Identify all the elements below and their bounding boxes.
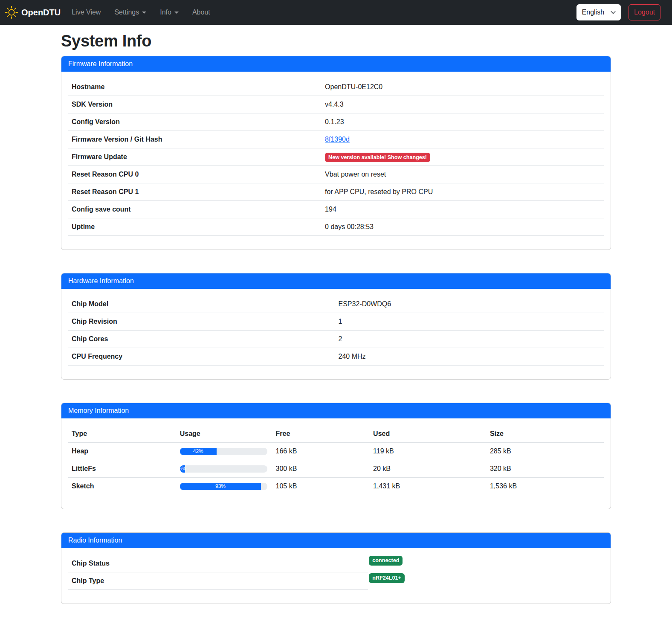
free-value: 166 kB bbox=[276, 447, 297, 455]
brand-label: OpenDTU bbox=[21, 8, 61, 17]
memory-table-header-row: Type Usage Free Used Size bbox=[68, 425, 604, 443]
row-label: Chip Cores bbox=[68, 331, 335, 348]
sun-icon bbox=[5, 6, 18, 19]
sketch-usage-progress: 93% bbox=[180, 483, 267, 490]
size-value: 320 kB bbox=[490, 465, 511, 472]
row-value: Vbat power on reset bbox=[325, 171, 386, 178]
column-header-size: Size bbox=[487, 425, 604, 443]
main-container: System Info Firmware Information Hostnam… bbox=[56, 32, 616, 624]
language-select[interactable]: English bbox=[576, 4, 621, 20]
radio-table: Chip Status connected Chip Type nRF24L01… bbox=[68, 555, 604, 590]
nav-item-info[interactable]: Info bbox=[156, 5, 182, 20]
chevron-down-icon bbox=[610, 9, 616, 15]
row-label: Reset Reason CPU 0 bbox=[68, 166, 322, 183]
table-row-sketch: Sketch 93% 105 kB 1,431 kB 1,536 kB bbox=[68, 478, 604, 495]
radio-information-card: Radio Information Chip Status connected … bbox=[61, 532, 611, 604]
column-header-usage: Usage bbox=[177, 425, 272, 443]
used-value: 20 kB bbox=[373, 465, 391, 472]
hardware-table: Chip Model ESP32-D0WDQ6 Chip Revision 1 … bbox=[68, 296, 604, 366]
used-value: 119 kB bbox=[373, 447, 394, 455]
table-row-chip-cores: Chip Cores 2 bbox=[68, 331, 604, 348]
size-value: 285 kB bbox=[490, 447, 511, 455]
new-version-badge[interactable]: New version available! Show changes! bbox=[325, 153, 430, 162]
row-label: Config Version bbox=[68, 113, 322, 131]
progress-bar-fill: 42% bbox=[180, 448, 217, 455]
table-row-heap: Heap 42% 166 kB 119 kB 285 kB bbox=[68, 443, 604, 460]
free-value: 300 kB bbox=[276, 465, 297, 472]
row-label: Config save count bbox=[68, 201, 322, 218]
language-selected-value: English bbox=[582, 9, 604, 16]
nav-item-info-label: Info bbox=[160, 9, 171, 16]
memory-table: Type Usage Free Used Size Heap 42% bbox=[68, 425, 604, 495]
memory-type-label: Sketch bbox=[68, 478, 177, 495]
row-value: 240 MHz bbox=[338, 353, 365, 360]
memory-card-header: Memory Information bbox=[61, 403, 611, 418]
table-row-chip-type: Chip Type nRF24L01+ bbox=[68, 572, 604, 590]
table-row-git-hash: Firmware Version / Git Hash 8f1390d bbox=[68, 131, 604, 148]
row-value: for APP CPU, reseted by PRO CPU bbox=[325, 188, 433, 195]
table-row-sdk-version: SDK Version v4.4.3 bbox=[68, 96, 604, 113]
column-header-used: Used bbox=[370, 425, 487, 443]
caret-down-icon bbox=[174, 12, 179, 14]
memory-type-label: Heap bbox=[68, 443, 177, 460]
memory-information-card: Memory Information Type Usage Free Used … bbox=[61, 403, 611, 509]
row-value: ESP32-D0WDQ6 bbox=[338, 300, 391, 308]
littlefs-usage-progress: 6% bbox=[180, 465, 267, 473]
row-value: 194 bbox=[325, 206, 336, 213]
nav-item-settings-label: Settings bbox=[114, 9, 139, 16]
row-label: CPU Frequency bbox=[68, 348, 335, 366]
nav-item-about[interactable]: About bbox=[189, 5, 214, 20]
table-row-uptime: Uptime 0 days 00:28:53 bbox=[68, 218, 604, 236]
table-row-littlefs: LittleFs 6% 300 kB 20 kB 320 kB bbox=[68, 460, 604, 478]
row-label: Hostname bbox=[68, 78, 322, 96]
used-value: 1,431 kB bbox=[373, 482, 400, 490]
row-label: Firmware Update bbox=[68, 148, 322, 166]
nav-links: Live View Settings Info About bbox=[68, 5, 220, 20]
progress-bar-fill: 6% bbox=[180, 465, 185, 473]
hardware-card-header: Hardware Information bbox=[61, 273, 611, 289]
table-row-config-version: Config Version 0.1.23 bbox=[68, 113, 604, 131]
row-label: Firmware Version / Git Hash bbox=[68, 131, 322, 148]
row-label: Chip Model bbox=[68, 296, 335, 313]
logout-button[interactable]: Logout bbox=[629, 4, 660, 20]
navbar-right-group: English Logout bbox=[576, 4, 660, 20]
row-label: Chip Type bbox=[68, 572, 368, 590]
firmware-information-card: Firmware Information Hostname OpenDTU-0E… bbox=[61, 56, 611, 250]
table-row-reset-reason-cpu1: Reset Reason CPU 1 for APP CPU, reseted … bbox=[68, 183, 604, 201]
table-row-config-save-count: Config save count 194 bbox=[68, 201, 604, 218]
firmware-card-body: Hostname OpenDTU-0E12C0 SDK Version v4.4… bbox=[61, 72, 611, 250]
nav-item-live-view[interactable]: Live View bbox=[68, 5, 104, 20]
brand-link[interactable]: OpenDTU bbox=[5, 6, 61, 19]
page-title: System Info bbox=[61, 32, 611, 50]
table-row-hostname: Hostname OpenDTU-0E12C0 bbox=[68, 78, 604, 96]
column-header-type: Type bbox=[68, 425, 177, 443]
heap-usage-progress: 42% bbox=[180, 448, 267, 455]
progress-bar-fill: 93% bbox=[180, 483, 261, 490]
navbar-left-group: OpenDTU Live View Settings Info About bbox=[5, 5, 220, 20]
table-row-chip-revision: Chip Revision 1 bbox=[68, 313, 604, 331]
hardware-card-body: Chip Model ESP32-D0WDQ6 Chip Revision 1 … bbox=[61, 289, 611, 379]
nav-item-settings[interactable]: Settings bbox=[111, 5, 150, 20]
row-label: SDK Version bbox=[68, 96, 322, 113]
row-value: 1 bbox=[338, 318, 342, 325]
chip-type-badge: nRF24L01+ bbox=[369, 573, 405, 583]
row-value: 0 days 00:28:53 bbox=[325, 223, 374, 230]
row-value: v4.4.3 bbox=[325, 101, 344, 108]
row-label: Chip Status bbox=[68, 555, 368, 572]
table-row-reset-reason-cpu0: Reset Reason CPU 0 Vbat power on reset bbox=[68, 166, 604, 183]
top-navbar: OpenDTU Live View Settings Info About En… bbox=[0, 0, 672, 25]
firmware-card-header: Firmware Information bbox=[61, 56, 611, 72]
free-value: 105 kB bbox=[276, 482, 297, 490]
caret-down-icon bbox=[142, 12, 146, 14]
row-label: Uptime bbox=[68, 218, 322, 236]
size-value: 1,536 kB bbox=[490, 482, 517, 490]
git-hash-link[interactable]: 8f1390d bbox=[325, 136, 350, 143]
row-label: Chip Revision bbox=[68, 313, 335, 331]
row-label: Reset Reason CPU 1 bbox=[68, 183, 322, 201]
column-header-free: Free bbox=[272, 425, 370, 443]
table-row-firmware-update: Firmware Update New version available! S… bbox=[68, 148, 604, 166]
firmware-table: Hostname OpenDTU-0E12C0 SDK Version v4.4… bbox=[68, 78, 604, 236]
table-row-chip-model: Chip Model ESP32-D0WDQ6 bbox=[68, 296, 604, 313]
table-row-chip-status: Chip Status connected bbox=[68, 555, 604, 572]
row-value: 2 bbox=[338, 335, 342, 342]
